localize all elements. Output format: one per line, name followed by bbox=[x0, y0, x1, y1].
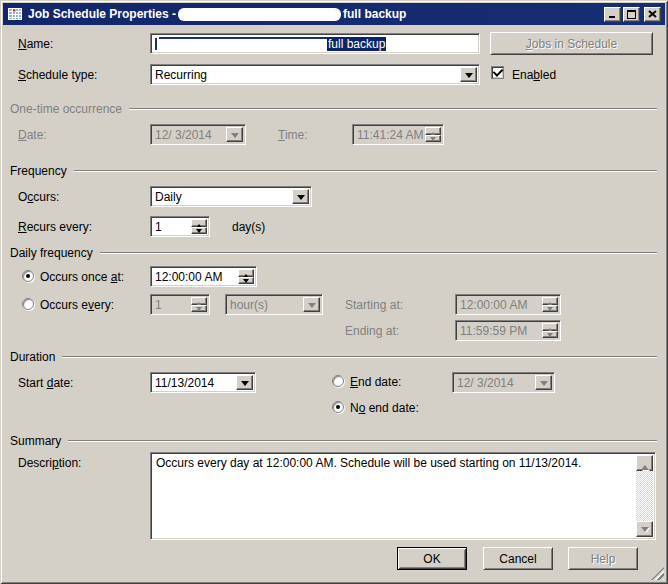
name-selected-text: full backup bbox=[327, 37, 386, 51]
spin-up-icon bbox=[542, 297, 558, 305]
spin-up-icon bbox=[542, 323, 558, 331]
starting-at-spinner: 12:00:00 AM bbox=[455, 294, 561, 315]
occurs-once-label: Occurs once at: bbox=[40, 270, 124, 284]
spin-down-icon bbox=[542, 331, 558, 339]
one-time-group-label: One-time occurrence bbox=[10, 102, 129, 116]
vertical-scrollbar bbox=[636, 455, 653, 537]
summary-group: Summary bbox=[10, 434, 657, 448]
title-bar[interactable]: Job Schedule Properties -full backup bbox=[3, 3, 665, 25]
spin-down-icon[interactable] bbox=[191, 227, 207, 235]
ending-at-label: Ending at: bbox=[345, 324, 399, 338]
close-icon bbox=[648, 10, 657, 18]
dropdown-arrow-icon bbox=[303, 297, 320, 312]
occurs-once-radio[interactable] bbox=[22, 270, 34, 282]
start-date-label: Start date: bbox=[18, 376, 73, 390]
starting-at-label: Starting at: bbox=[345, 298, 403, 312]
one-time-occurrence-group: One-time occurrence bbox=[10, 102, 657, 116]
enabled-checkbox[interactable] bbox=[491, 66, 504, 79]
occurs-label: Occurs: bbox=[18, 190, 59, 204]
recurs-every-label: Recurs every: bbox=[18, 220, 92, 234]
summary-group-label: Summary bbox=[10, 434, 68, 448]
spin-up-icon[interactable] bbox=[191, 219, 207, 227]
spin-up-icon[interactable] bbox=[238, 269, 254, 277]
spin-up-icon bbox=[191, 297, 207, 305]
title-redaction bbox=[178, 8, 341, 21]
dropdown-arrow-icon bbox=[226, 127, 243, 142]
occurs-dropdown[interactable]: Daily bbox=[150, 186, 312, 207]
description-textarea[interactable]: Occurs every day at 12:00:00 AM. Schedul… bbox=[150, 452, 656, 540]
ending-at-spinner: 11:59:59 PM bbox=[455, 320, 561, 341]
spin-down-icon bbox=[425, 135, 441, 143]
minimize-icon bbox=[609, 10, 617, 19]
recurs-unit-label: day(s) bbox=[232, 220, 265, 234]
spin-down-icon bbox=[191, 305, 207, 313]
frequency-group: Frequency bbox=[10, 164, 657, 178]
no-end-date-label: No end date: bbox=[350, 401, 419, 415]
caret-mark bbox=[155, 38, 157, 50]
occurs-every-label: Occurs every: bbox=[40, 298, 114, 312]
daily-frequency-group-label: Daily frequency bbox=[10, 246, 100, 260]
spin-down-icon bbox=[542, 305, 558, 313]
one-time-date-dropdown: 12/ 3/2014 bbox=[150, 124, 246, 145]
spin-up-icon bbox=[425, 127, 441, 135]
description-label: Description: bbox=[18, 456, 81, 470]
occurs-once-time-spinner[interactable]: 12:00:00 AM bbox=[150, 266, 257, 287]
window-title: Job Schedule Properties -full backup bbox=[28, 7, 406, 21]
minimize-button[interactable] bbox=[604, 7, 621, 22]
time-label: Time: bbox=[278, 128, 308, 142]
end-date-radio[interactable] bbox=[332, 375, 344, 387]
job-schedule-properties-dialog: Job Schedule Properties -full backup Nam… bbox=[0, 0, 668, 584]
occurs-every-radio[interactable] bbox=[22, 298, 34, 310]
duration-group: Duration bbox=[10, 350, 657, 364]
end-date-label: End date: bbox=[350, 375, 401, 389]
dropdown-arrow-icon bbox=[535, 375, 552, 390]
group-divider bbox=[100, 252, 657, 254]
occurs-every-unit-dropdown: hour(s) bbox=[225, 294, 323, 315]
end-date-dropdown: 12/ 3/2014 bbox=[452, 372, 555, 393]
one-time-time-spinner: 11:41:24 AM bbox=[352, 124, 444, 145]
scrollbar-up-icon bbox=[636, 455, 653, 471]
dropdown-arrow-icon[interactable] bbox=[460, 67, 477, 82]
dropdown-arrow-icon[interactable] bbox=[292, 189, 309, 204]
date-label: Date: bbox=[18, 128, 47, 142]
frequency-group-label: Frequency bbox=[10, 164, 74, 178]
schedule-type-label: Schedule type: bbox=[18, 68, 97, 82]
help-button: Help bbox=[568, 547, 638, 570]
name-label: Name: bbox=[18, 37, 53, 51]
group-divider bbox=[68, 440, 657, 442]
no-end-date-radio[interactable] bbox=[332, 401, 344, 413]
occurs-every-value-spinner: 1 bbox=[150, 294, 210, 315]
daily-frequency-group: Daily frequency bbox=[10, 246, 657, 260]
jobs-in-schedule-button: Jobs in Schedule bbox=[490, 32, 653, 55]
dropdown-arrow-icon[interactable] bbox=[236, 375, 253, 390]
name-input[interactable]: full backup bbox=[150, 33, 480, 54]
enabled-label: Enabled bbox=[512, 68, 556, 82]
duration-group-label: Duration bbox=[10, 350, 62, 364]
maximize-button[interactable] bbox=[623, 7, 640, 22]
description-text: Occurs every day at 12:00:00 AM. Schedul… bbox=[156, 456, 633, 471]
group-divider bbox=[62, 356, 657, 358]
group-divider bbox=[74, 170, 657, 172]
maximize-icon bbox=[627, 10, 636, 19]
start-date-dropdown[interactable]: 11/13/2014 bbox=[150, 372, 256, 393]
group-divider bbox=[129, 108, 657, 110]
calendar-grid-icon bbox=[7, 6, 23, 22]
resize-grip[interactable] bbox=[651, 567, 664, 580]
recurs-every-spinner[interactable]: 1 bbox=[150, 216, 210, 237]
close-button[interactable] bbox=[644, 7, 661, 22]
ok-button[interactable]: OK bbox=[397, 547, 467, 570]
spin-down-icon[interactable] bbox=[238, 277, 254, 285]
schedule-type-dropdown[interactable]: Recurring bbox=[150, 64, 480, 85]
name-redaction bbox=[159, 37, 327, 51]
cancel-button[interactable]: Cancel bbox=[483, 547, 553, 570]
scrollbar-down-icon bbox=[636, 521, 653, 537]
